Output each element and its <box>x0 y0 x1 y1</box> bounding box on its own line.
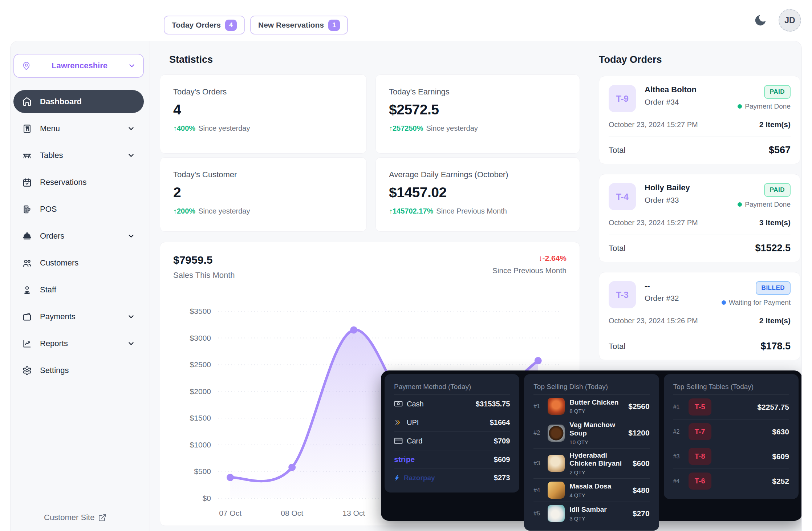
svg-text:$500: $500 <box>194 467 211 475</box>
order-datetime: October 23, 2024 15:26 PM <box>609 317 698 325</box>
razorpay-logo-icon <box>394 474 400 482</box>
chart-trend-icon <box>22 339 32 349</box>
dark-mode-toggle[interactable] <box>752 12 768 28</box>
chevron-down-icon <box>127 340 135 348</box>
sidebar-item-settings[interactable]: Settings <box>13 357 144 384</box>
dish-image <box>548 505 565 522</box>
table-number-badge: T-6 <box>689 473 711 490</box>
delta-note: Since yesterday <box>198 124 250 133</box>
status-note: Payment Done <box>738 200 791 208</box>
sales-subtitle: Sales This Month <box>173 271 235 280</box>
payment-row-upi: UPI $1664 <box>394 413 510 431</box>
order-card[interactable]: T-4 Holly Bailey Order #33 PAID Payment … <box>599 174 800 262</box>
dish-rank: #5 <box>533 510 543 517</box>
table-number-badge: T-8 <box>689 448 711 465</box>
table-amount: $2257.75 <box>757 403 789 412</box>
dish-amount: $270 <box>633 509 650 518</box>
location-selector[interactable]: Lawrenceshire <box>13 54 144 78</box>
svg-text:$1500: $1500 <box>190 414 211 422</box>
sidebar-item-payments[interactable]: Payments <box>13 303 144 330</box>
new-reservations-count-badge: 1 <box>328 20 340 31</box>
sidebar-item-label: Payments <box>40 312 76 321</box>
table-badge: T-9 <box>609 85 636 112</box>
today-orders-count-badge: 4 <box>225 20 237 31</box>
dish-name: Masala Dosa <box>569 482 611 491</box>
sidebar-item-label: Reports <box>40 339 68 348</box>
order-customer: -- <box>645 281 679 291</box>
dish-name: Hyderabadi Chicken Biryani <box>569 451 628 468</box>
top-selling-dish-panel: Top Selling Dish (Today) #1 Butter Chick… <box>524 374 659 531</box>
dish-name: Idli Sambar <box>569 506 606 514</box>
sidebar-item-customers[interactable]: Customers <box>13 250 144 276</box>
delta-up-arrow: ↑200% <box>173 207 195 215</box>
table-row: #2 T-7 $630 <box>673 419 789 444</box>
order-customer: Althea Bolton <box>645 85 697 94</box>
sidebar-item-dashboard[interactable]: Dashboard <box>13 90 144 113</box>
cloche-icon <box>22 231 32 241</box>
delta-up-arrow: ↑145702.17% <box>389 207 433 215</box>
stat-value: $2572.5 <box>389 102 567 118</box>
order-card[interactable]: T-9 Althea Bolton Order #34 PAID Payment… <box>599 76 800 164</box>
dish-row: #4 Masala Dosa 4 QTY $480 <box>533 478 649 502</box>
customer-site-link[interactable]: Customer Site <box>44 513 107 522</box>
svg-text:13 Oct: 13 Oct <box>342 509 365 517</box>
sidebar-item-reports[interactable]: Reports <box>13 330 144 357</box>
payment-amount: $273 <box>494 474 510 482</box>
sidebar-item-staff[interactable]: Staff <box>13 276 144 303</box>
dark-overlay: Payment Method (Today) Cash $31535.75 UP… <box>381 370 802 521</box>
order-total-label: Total <box>609 146 625 155</box>
status-dot <box>738 202 742 207</box>
stat-label: Today's Orders <box>173 87 353 97</box>
credit-card-icon <box>394 437 403 445</box>
new-reservations-button[interactable]: New Reservations 1 <box>250 16 348 35</box>
table-row: #4 T-6 $252 <box>673 469 789 493</box>
dish-amount: $480 <box>633 486 650 495</box>
status-badge: PAID <box>764 85 791 99</box>
table-rank: #1 <box>673 404 683 410</box>
location-label: Lawrenceshire <box>31 61 128 70</box>
svg-text:$1000: $1000 <box>190 441 211 449</box>
topbar-right: JD <box>752 0 801 41</box>
sidebar: Lawrenceshire Dashboard Menu Tables Rese… <box>11 41 150 531</box>
delta-note: Since yesterday <box>198 207 250 215</box>
sidebar-item-reservations[interactable]: Reservations <box>13 169 144 196</box>
stats-grid: Today's Orders 4 ↑400% Since yesterday T… <box>160 74 600 232</box>
table-rank: #3 <box>673 453 683 460</box>
sidebar-item-tables[interactable]: Tables <box>13 142 144 169</box>
sales-delta-note: Since Previous Month <box>492 266 567 275</box>
avatar[interactable]: JD <box>779 9 801 32</box>
new-reservations-button-label: New Reservations <box>258 21 324 29</box>
sidebar-item-menu[interactable]: Menu <box>13 115 144 142</box>
today-orders-button-label: Today Orders <box>172 21 221 29</box>
today-orders-button[interactable]: Today Orders 4 <box>164 16 245 35</box>
dish-qty: 3 QTY <box>569 515 606 522</box>
dish-row: #2 Veg Manchow Soup 10 QTY $1200 <box>533 418 649 448</box>
chevron-down-icon <box>128 62 136 70</box>
payment-method-panel: Payment Method (Today) Cash $31535.75 UP… <box>385 374 519 493</box>
top-dish-title: Top Selling Dish (Today) <box>533 383 649 391</box>
svg-text:$2000: $2000 <box>190 387 211 396</box>
table-rank: #2 <box>673 429 683 435</box>
dish-amount: $600 <box>633 459 650 468</box>
sidebar-item-pos[interactable]: POS <box>13 196 144 223</box>
payment-method-title: Payment Method (Today) <box>394 383 510 391</box>
sidebar-item-label: Dashboard <box>40 97 82 106</box>
divider <box>609 235 791 235</box>
dish-image <box>548 398 565 415</box>
chevron-down-icon <box>127 232 135 240</box>
order-datetime: October 23, 2024 15:27 PM <box>609 219 698 227</box>
stat-label: Today's Customer <box>173 170 353 179</box>
status-note: Payment Done <box>738 102 791 110</box>
order-items-count: 3 Item(s) <box>759 218 791 227</box>
dish-row: #3 Hyderabadi Chicken Biryani 2 QTY $600 <box>533 448 649 479</box>
upi-logo-icon <box>394 418 403 427</box>
sidebar-item-orders[interactable]: Orders <box>13 223 144 250</box>
table-rank: #4 <box>673 478 683 485</box>
sidebar-item-label: Reservations <box>40 178 86 187</box>
order-number: Order #33 <box>645 196 690 204</box>
delta-note: Since Previous Month <box>436 207 507 215</box>
menu-book-icon <box>22 124 32 134</box>
payment-amount: $709 <box>494 437 510 445</box>
order-card[interactable]: T-3 -- Order #32 BILLED Waiting for Paym… <box>599 272 800 360</box>
gear-icon <box>22 366 32 376</box>
